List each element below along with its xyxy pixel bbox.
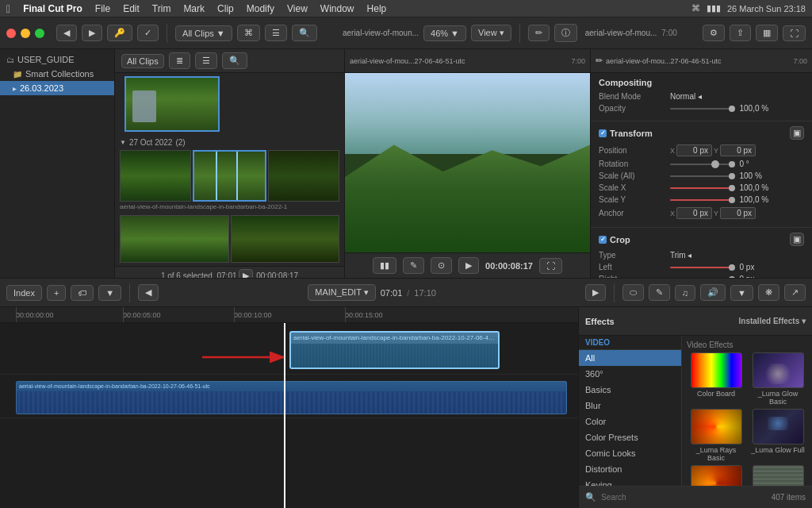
all-clips-selector[interactable]: All Clips ▼ bbox=[175, 25, 232, 41]
effects-search-input[interactable] bbox=[601, 493, 767, 502]
play-btn-browser[interactable]: ▶ bbox=[239, 269, 253, 278]
effects-cat-color-presets[interactable]: Color Presets bbox=[579, 429, 681, 445]
timeline-tags-btn[interactable]: 🏷 bbox=[71, 285, 94, 301]
inspector-toggle[interactable]: ✏ bbox=[528, 25, 550, 41]
lower-thumb-1[interactable] bbox=[120, 215, 229, 263]
fullscreen-btn[interactable]: ⛶ bbox=[783, 25, 806, 41]
playhead[interactable] bbox=[284, 323, 285, 508]
effects-cat-blur[interactable]: Blur bbox=[579, 398, 681, 414]
viewer-fullscreen-btn[interactable]: ⛶ bbox=[539, 258, 562, 274]
clip-thumb-1[interactable] bbox=[120, 150, 191, 202]
position-y-input[interactable]: 0 px bbox=[720, 144, 756, 156]
effects-cat-color[interactable]: Color bbox=[579, 414, 681, 429]
effect-luma-rays-full[interactable]: _Luma_Rays Full bbox=[687, 465, 745, 486]
scale-all-slider[interactable] bbox=[670, 175, 735, 177]
anchor-y-input[interactable]: 0 px bbox=[720, 207, 756, 219]
effect-luma-glow-basic[interactable]: _Luma Glow Basic bbox=[749, 352, 807, 406]
transform-reset-btn[interactable]: ▣ bbox=[790, 126, 804, 140]
effect-luma-rays-basic[interactable]: _Luma Rays Basic bbox=[687, 409, 745, 462]
browser-search-btn[interactable]: 🔍 bbox=[222, 52, 247, 69]
effects-cat-comic[interactable]: Comic Looks bbox=[579, 445, 681, 461]
timeline-magnet-btn[interactable]: ⬭ bbox=[622, 284, 644, 301]
effect-color-board[interactable]: Color Board bbox=[687, 352, 745, 406]
sidebar-item-smart-collections[interactable]: 📁 Smart Collections bbox=[0, 67, 114, 81]
timeline-next-btn[interactable]: ▶ bbox=[585, 284, 606, 301]
menu-help[interactable]: Help bbox=[367, 3, 387, 14]
opacity-slider[interactable] bbox=[670, 108, 735, 110]
sidebar-item-user-guide[interactable]: 🗂 USER_GUIDE bbox=[0, 52, 114, 67]
layout-btn[interactable]: ▦ bbox=[756, 25, 778, 41]
effect-50s-tv[interactable]: 50s TV bbox=[749, 465, 807, 486]
timeline-roles-btn[interactable]: ▼ bbox=[730, 285, 753, 301]
crop-left-slider[interactable] bbox=[670, 267, 735, 268]
browser-grid-btn[interactable]: ≣ bbox=[169, 52, 190, 69]
viewer-play-btn[interactable]: ▶ bbox=[458, 257, 479, 274]
check-button[interactable]: ✓ bbox=[137, 25, 159, 41]
effects-cat-360[interactable]: 360° bbox=[579, 366, 681, 382]
lower-thumb-2[interactable] bbox=[231, 215, 340, 263]
effect-luma-glow-full[interactable]: _Luma Glow Full bbox=[749, 409, 807, 462]
effects-cat-keying[interactable]: Keying bbox=[579, 477, 681, 486]
clips-dropdown[interactable]: All Clips bbox=[121, 54, 164, 68]
menu-modify[interactable]: Modify bbox=[247, 3, 274, 14]
settings-btn[interactable]: ⚙ bbox=[703, 25, 725, 41]
timeline-prev-btn[interactable]: ◀ bbox=[138, 284, 159, 301]
menu-mark[interactable]: Mark bbox=[183, 3, 205, 14]
timeline-audio-btn[interactable]: ♫ bbox=[675, 285, 695, 301]
view-button[interactable]: View ▾ bbox=[471, 25, 511, 41]
viewer-blade-btn[interactable]: ✎ bbox=[403, 257, 424, 274]
timeline-add-btn[interactable]: + bbox=[47, 285, 66, 301]
transform-check[interactable]: ✓ bbox=[599, 129, 607, 137]
effects-cat-all[interactable]: All bbox=[579, 350, 681, 366]
timeline-effects-row: 00:00:00:00 00:00:05:00 00:00:10:00 00:0… bbox=[0, 307, 812, 508]
menu-window[interactable]: Window bbox=[320, 3, 354, 14]
effects-cat-distortion[interactable]: Distortion bbox=[579, 461, 681, 477]
timeline-vol-btn[interactable]: 🔊 bbox=[700, 284, 726, 301]
search-btn[interactable]: 🔍 bbox=[292, 25, 317, 41]
browser-list-btn[interactable]: ☰ bbox=[195, 52, 217, 69]
list-view-btn[interactable]: ☰ bbox=[265, 25, 287, 41]
share-btn[interactable]: ⇧ bbox=[730, 25, 751, 41]
menu-view[interactable]: View bbox=[287, 3, 308, 14]
crop-reset-btn[interactable]: ▣ bbox=[790, 233, 804, 246]
close-btn[interactable] bbox=[6, 29, 16, 38]
browser-info-bar: 1 of 6 selected, 07:01 ▶ 00:00:08:17 bbox=[115, 266, 344, 278]
viewer-trim-btn[interactable]: ▮▮ bbox=[373, 257, 396, 274]
anchor-x-input[interactable]: 0 px bbox=[676, 207, 712, 219]
menu-file[interactable]: File bbox=[95, 3, 110, 14]
scale-y-slider[interactable] bbox=[670, 199, 735, 201]
grid-view-btn[interactable]: ⌘ bbox=[237, 25, 260, 41]
media-thumb-1[interactable] bbox=[124, 76, 220, 132]
clip-thumb-3[interactable] bbox=[268, 150, 339, 202]
back-button[interactable]: ◀ bbox=[56, 25, 77, 41]
maximize-btn[interactable] bbox=[35, 29, 44, 38]
track-bg-clip[interactable]: aerial-view-of-mountain-landscape-in-ban… bbox=[16, 381, 567, 414]
info-btn[interactable]: ⓘ bbox=[554, 24, 577, 42]
zoom-selector[interactable]: 46% ▼ bbox=[423, 25, 466, 41]
main-edit-label[interactable]: MAIN_EDIT ▾ bbox=[308, 284, 376, 301]
crop-check[interactable]: ✓ bbox=[599, 236, 607, 244]
timeline-effects-btn[interactable]: ❋ bbox=[758, 284, 779, 301]
forward-button[interactable]: ▶ bbox=[82, 25, 102, 41]
anchor-y-label: Y bbox=[714, 210, 718, 217]
viewer-transform-btn[interactable]: ⊙ bbox=[431, 257, 452, 274]
track-clip-selected[interactable]: aerial-view-of-mountain-landscape-in-ban… bbox=[289, 331, 500, 369]
clip-thumb-2[interactable] bbox=[193, 150, 266, 202]
crop-type-value[interactable]: Trim ◂ bbox=[670, 251, 804, 260]
effects-cat-basics[interactable]: Basics bbox=[579, 382, 681, 398]
blend-mode-value[interactable]: Normal ◂ bbox=[670, 92, 804, 101]
timeline-export-btn[interactable]: ↗ bbox=[784, 284, 806, 301]
scale-x-slider[interactable] bbox=[670, 187, 735, 189]
timeline-options-btn[interactable]: ▼ bbox=[98, 285, 121, 301]
installed-effects-label[interactable]: Installed Effects ▾ bbox=[739, 317, 806, 325]
rotation-slider[interactable] bbox=[670, 164, 735, 165]
index-btn[interactable]: Index bbox=[6, 285, 42, 301]
sidebar-item-date-folder[interactable]: ▸ 26.03.2023 bbox=[0, 81, 114, 95]
timeline-blade-btn[interactable]: ✎ bbox=[649, 284, 670, 301]
key-button[interactable]: 🔑 bbox=[107, 25, 132, 41]
minimize-btn[interactable] bbox=[21, 29, 30, 38]
menu-clip[interactable]: Clip bbox=[217, 3, 234, 14]
menu-trim[interactable]: Trim bbox=[152, 3, 171, 14]
position-x-input[interactable]: 0 px bbox=[676, 144, 712, 156]
menu-edit[interactable]: Edit bbox=[123, 3, 140, 14]
